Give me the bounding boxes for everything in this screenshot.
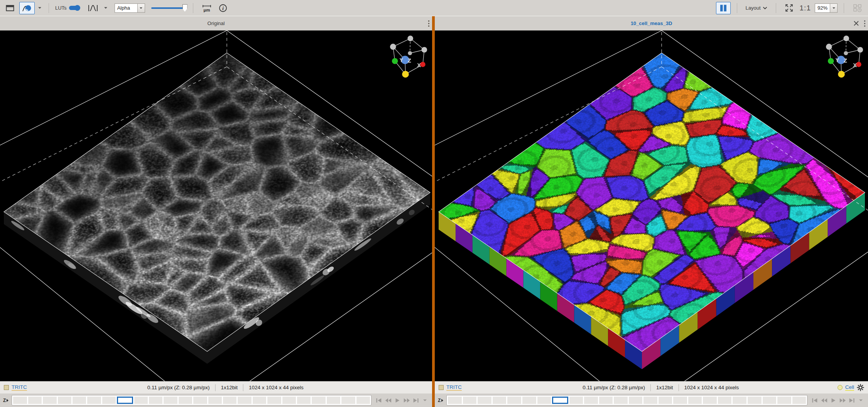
z-slice-segment[interactable] (134, 397, 148, 404)
skip-to-start-button[interactable] (375, 396, 383, 404)
z-slice-segment[interactable] (673, 397, 687, 404)
volume-rendering-dropdown[interactable] (37, 6, 42, 10)
fast-forward-button[interactable] (402, 396, 410, 404)
z-slice-segment[interactable] (507, 397, 521, 404)
z-slice-segment[interactable] (356, 397, 370, 404)
z-slice-segment[interactable] (164, 397, 177, 404)
z-slice-segment[interactable] (87, 397, 101, 404)
z-slice-segment[interactable] (777, 397, 791, 404)
axis-x-node[interactable] (420, 62, 426, 67)
scale-units-button[interactable]: µm (199, 2, 214, 14)
z-slice-segment[interactable] (614, 397, 628, 404)
z-slice-segment[interactable] (537, 397, 551, 404)
z-slice-segment[interactable] (179, 397, 192, 404)
zoom-select[interactable]: 92% (815, 3, 838, 13)
histogram-curve-button[interactable] (85, 2, 101, 14)
z-slice-segment[interactable] (733, 397, 746, 404)
z-slice-segment[interactable] (43, 397, 56, 404)
z-slice-segment[interactable] (763, 397, 777, 404)
z-slice-segment[interactable] (312, 397, 325, 404)
z-slice-segment[interactable] (448, 397, 462, 404)
axis-y-node[interactable] (828, 58, 834, 64)
opacity-slider[interactable] (151, 4, 187, 12)
z-slice-segment[interactable] (688, 397, 702, 404)
z-slice-segment[interactable] (493, 397, 507, 404)
panel-header-original[interactable]: Original (0, 16, 432, 30)
axis-y-node[interactable] (392, 58, 398, 64)
volume-render-canvas[interactable] (0, 30, 432, 381)
zoom-select-dropdown-button[interactable] (830, 4, 837, 12)
alpha-select[interactable]: Alpha (115, 3, 145, 13)
z-slice-segment[interactable] (58, 397, 71, 404)
histogram-dropdown[interactable] (103, 6, 108, 10)
orientation-cube[interactable]: Y Z X (383, 34, 428, 81)
z-slice-segment[interactable] (522, 397, 536, 404)
playback-options-button[interactable] (857, 396, 865, 404)
fast-backward-button[interactable] (820, 396, 828, 404)
panel-menu-button[interactable] (428, 20, 430, 27)
fast-forward-button[interactable] (838, 396, 846, 404)
skip-to-start-button[interactable] (811, 396, 819, 404)
z-slice-segment[interactable] (267, 397, 281, 404)
segmentation-render-canvas[interactable] (435, 30, 868, 381)
one-to-one-zoom-button[interactable]: 1:1 (798, 4, 812, 12)
z-slice-slider[interactable] (12, 395, 372, 405)
gear-icon[interactable] (857, 384, 864, 391)
show-panels-button[interactable] (3, 2, 17, 14)
panel-menu-button[interactable] (864, 20, 866, 27)
panel-header-segmentation[interactable]: 10_cell_meas_3D (435, 16, 868, 30)
z-slice-segment[interactable] (253, 397, 266, 404)
opacity-slider-handle[interactable] (182, 4, 187, 12)
z-slice-segment[interactable] (703, 397, 717, 404)
z-slice-segment[interactable] (478, 397, 491, 404)
z-slice-segment[interactable] (223, 397, 236, 404)
z-expand-icon[interactable] (441, 399, 443, 402)
alpha-select-dropdown-button[interactable] (137, 4, 145, 12)
z-slice-segment[interactable] (73, 397, 86, 404)
orientation-cube[interactable]: Y Z X (819, 34, 864, 81)
channel-chip-tritc[interactable]: TRITC (4, 384, 27, 391)
playback-options-button[interactable] (421, 396, 429, 404)
layout-dropdown[interactable]: Layout (743, 3, 770, 13)
play-button[interactable] (393, 396, 401, 404)
z-slice-segment[interactable] (792, 397, 806, 404)
z-slice-segment[interactable] (102, 397, 116, 404)
fast-backward-button[interactable] (384, 396, 392, 404)
z-slice-segment[interactable] (599, 397, 613, 404)
viewport-3d-original[interactable]: Y Z X (0, 30, 432, 381)
split-view-button[interactable] (716, 2, 731, 14)
z-slice-segment[interactable] (341, 397, 355, 404)
volume-rendering-button[interactable] (19, 2, 35, 14)
z-slice-segment[interactable] (659, 397, 672, 404)
fit-to-screen-button[interactable] (782, 2, 796, 14)
z-slice-current[interactable] (117, 397, 133, 404)
z-slice-segment[interactable] (643, 397, 657, 404)
z-slice-segment[interactable] (282, 397, 296, 404)
viewport-3d-segmentation[interactable]: Y Z X (435, 30, 868, 381)
z-slice-segment[interactable] (28, 397, 42, 404)
z-slice-segment[interactable] (193, 397, 207, 404)
z-slice-segment[interactable] (584, 397, 598, 404)
z-expand-icon[interactable] (7, 399, 8, 402)
z-slice-segment[interactable] (13, 397, 27, 404)
z-slice-segment[interactable] (149, 397, 162, 404)
luts-toggle[interactable] (69, 6, 80, 10)
z-slice-segment[interactable] (718, 397, 732, 404)
z-slice-segment[interactable] (297, 397, 311, 404)
z-slice-segment[interactable] (327, 397, 340, 404)
z-slice-segment[interactable] (629, 397, 643, 404)
skip-to-end-button[interactable] (412, 396, 420, 404)
info-button[interactable]: i (216, 2, 230, 14)
play-button[interactable] (829, 396, 837, 404)
z-slice-segment[interactable] (569, 397, 583, 404)
close-panel-button[interactable] (853, 20, 859, 26)
skip-to-end-button[interactable] (848, 396, 856, 404)
z-slice-current[interactable] (552, 397, 568, 404)
z-slice-segment[interactable] (208, 397, 222, 404)
z-slice-segment[interactable] (748, 397, 762, 404)
z-slice-slider[interactable] (446, 395, 807, 405)
z-slice-segment[interactable] (238, 397, 251, 404)
z-slice-segment[interactable] (463, 397, 477, 404)
cell-label[interactable]: Cell (845, 384, 854, 391)
channel-chip-tritc[interactable]: TRITC (439, 384, 462, 391)
